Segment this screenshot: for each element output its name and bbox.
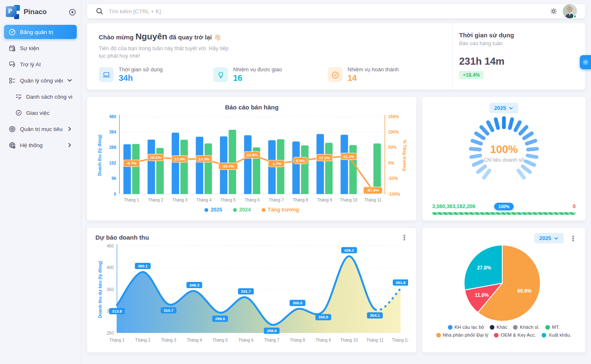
svg-text:351.8: 351.8 <box>396 280 406 285</box>
more-menu-icon[interactable]: ••• <box>569 235 577 241</box>
svg-text:150%: 150% <box>388 114 399 119</box>
svg-text:Doanh thu (tỷ đồng): Doanh thu (tỷ đồng) <box>97 135 102 176</box>
svg-text:Tháng 5: Tháng 5 <box>220 198 236 202</box>
search-input[interactable] <box>109 8 545 15</box>
svg-text:-87.9%: -87.9% <box>367 188 379 193</box>
svg-text:Tháng 8: Tháng 8 <box>293 198 308 202</box>
user-name: Nguyên <box>135 32 167 41</box>
svg-text:17.2%: 17.2% <box>319 155 330 160</box>
charts-row-1: Báo cáo bán hàng 096192288384480-100%-50… <box>87 97 585 221</box>
laptop-icon <box>99 67 114 82</box>
forecast-line-chart: 250300350400450Doanh thu dự báo (tỷ đồng… <box>95 241 408 345</box>
legend-item[interactable]: KH câu lạc bộ <box>448 325 484 330</box>
sidebar-item-dashboard[interactable]: Bảng quản trị <box>4 25 77 39</box>
svg-text:25.9%: 25.9% <box>247 153 258 158</box>
sidebar-item-system[interactable]: Hệ thống <box>4 138 77 152</box>
svg-text:Tháng 2: Tháng 2 <box>148 198 163 202</box>
sidebar-item-events[interactable]: Sự kiện <box>4 41 77 55</box>
sidebar-collapse-icon[interactable] <box>69 9 76 16</box>
legend-item[interactable]: OEM & Key Acc. <box>494 332 536 337</box>
customizer-gear-button[interactable] <box>580 55 591 69</box>
tasks-icon <box>8 77 16 85</box>
progress-percent-pill: 100% <box>494 203 514 210</box>
year-dropdown[interactable]: 2025 <box>534 233 564 243</box>
svg-text:Tháng 7: Tháng 7 <box>264 338 280 342</box>
usage-subtitle: Báo cáo hàng tuần <box>459 41 574 46</box>
svg-text:Tháng 1: Tháng 1 <box>109 338 125 342</box>
svg-text:Tháng 10: Tháng 10 <box>340 338 358 342</box>
dashboard-icon <box>8 28 16 36</box>
sidebar-item-task-management[interactable]: Quản lý công việc <box>4 73 77 87</box>
svg-text:96: 96 <box>112 176 117 181</box>
svg-text:100%: 100% <box>388 130 399 134</box>
svg-text:296.5: 296.5 <box>215 316 225 321</box>
charts-row-2: Dự báo doanh thu ••• 250300350400450Doan… <box>87 228 585 352</box>
sales-chart-legend: 20252024Tăng trưởng <box>95 207 408 213</box>
svg-text:Tháng 1: Tháng 1 <box>124 198 139 202</box>
more-menu-icon[interactable]: ••• <box>401 234 408 240</box>
svg-text:268.9: 268.9 <box>267 328 277 333</box>
sidebar: P Pinaco Bảng quản trị Sự kiện Trợ <box>0 0 81 364</box>
progress-total: 3,560,363,182,206 <box>432 204 475 209</box>
sidebar-item-task-list[interactable]: Danh sách công việc <box>4 90 77 104</box>
stat-assigned-tasks: Nhiệm vụ được giao 16 <box>213 66 328 83</box>
svg-text:288: 288 <box>109 146 116 150</box>
sidebar-item-label: Quản trị mục tiêu <box>20 126 63 132</box>
usage-delta-badge: +18.4% <box>459 71 484 79</box>
welcome-stats: Thời gian sử dụng 34h Nhiệm vụ được giao… <box>99 66 442 83</box>
svg-text:-100%: -100% <box>388 192 400 197</box>
svg-text:21.2%: 21.2% <box>343 154 354 159</box>
svg-text:250: 250 <box>107 331 114 335</box>
svg-text:304.1: 304.1 <box>370 313 380 318</box>
legend-item[interactable]: MT. <box>545 325 560 330</box>
svg-text:305.0: 305.0 <box>292 301 302 305</box>
svg-text:0: 0 <box>114 192 116 197</box>
legend-item[interactable]: Tăng trưởng <box>262 207 299 213</box>
online-status-dot <box>573 15 577 18</box>
badge-check-icon <box>15 109 22 116</box>
sidebar-item-label: Giao việc <box>26 110 73 116</box>
svg-text:192: 192 <box>109 161 116 165</box>
legend-item[interactable]: 2025 <box>204 207 222 213</box>
svg-text:313.8: 313.8 <box>112 309 122 313</box>
sidebar-item-label: Trợ lý AI <box>20 61 73 68</box>
svg-text:Tháng 2: Tháng 2 <box>135 338 151 342</box>
svg-text:11.0%: 11.0% <box>475 292 489 298</box>
sidebar-item-label: Sự kiện <box>20 45 73 51</box>
sales-bar-chart: 096192288384480-100%-50%0%50%100%150%Doa… <box>95 112 408 205</box>
list-check-icon <box>15 93 22 100</box>
progress-bar <box>432 212 576 215</box>
svg-text:315.7: 315.7 <box>163 308 173 313</box>
sidebar-item-goal-management[interactable]: Quản trị mục tiêu <box>4 122 77 136</box>
legend-item[interactable]: Xuất khẩu. <box>542 332 571 337</box>
user-avatar[interactable] <box>563 4 577 18</box>
stat-completed-tasks: Nhiệm vụ hoàn thành 14 <box>328 66 442 83</box>
svg-text:-1.7%: -1.7% <box>271 161 282 166</box>
legend-item[interactable]: 2024 <box>233 207 251 213</box>
stat-label: Nhiệm vụ được giao <box>233 66 282 73</box>
svg-text:Tháng 12: Tháng 12 <box>392 338 408 342</box>
theme-toggle-icon[interactable] <box>550 7 558 15</box>
year-dropdown[interactable]: 2025 <box>489 103 519 113</box>
svg-text:27.8%: 27.8% <box>477 265 491 271</box>
usage-time: 231h 14m <box>459 56 574 67</box>
sidebar-item-assign-task[interactable]: Giao việc <box>4 106 77 120</box>
badge-check-icon <box>328 67 343 82</box>
globe-gear-icon <box>8 141 16 149</box>
legend-item[interactable]: Nhà phân phối/ Đại lý <box>436 332 489 337</box>
chevron-down-icon <box>554 236 559 241</box>
legend-item[interactable]: Khác <box>490 325 507 330</box>
app-root: P Pinaco Bảng quản trị Sự kiện Trợ <box>0 0 591 364</box>
sidebar-item-ai-assistant[interactable]: Trợ lý AI <box>4 57 77 71</box>
svg-text:Tháng 7: Tháng 7 <box>269 198 284 202</box>
svg-text:Tháng 11: Tháng 11 <box>364 198 382 202</box>
svg-text:Tháng 9: Tháng 9 <box>316 338 331 342</box>
topbar <box>87 4 585 18</box>
target-gauge: 100% Chỉ tiêu doanh số <box>432 113 576 202</box>
chevron-right-icon <box>67 126 73 132</box>
sales-report-card: Báo cáo bán hàng 096192288384480-100%-50… <box>87 97 416 221</box>
svg-text:13.0%: 13.0% <box>174 157 185 161</box>
legend-item[interactable]: Khách sỉ. <box>513 325 539 330</box>
svg-text:Doanh thu dự báo (tỷ đồng): Doanh thu dự báo (tỷ đồng) <box>97 261 103 318</box>
svg-text:0%: 0% <box>388 161 394 165</box>
